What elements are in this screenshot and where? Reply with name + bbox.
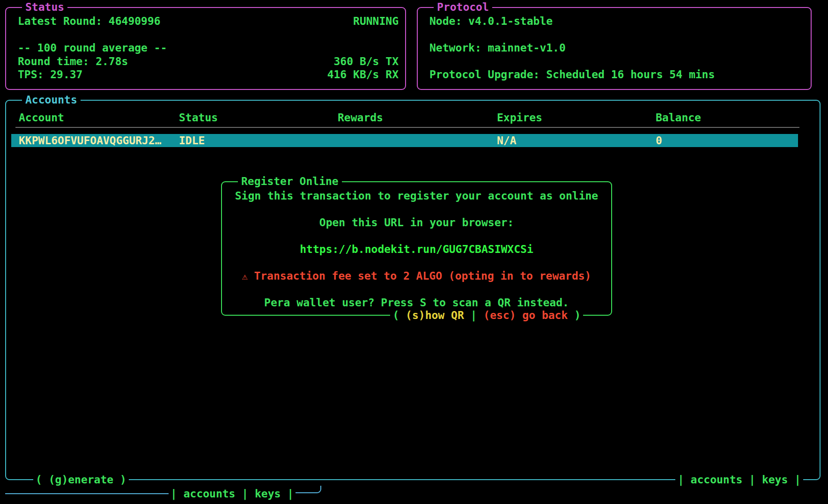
account-balance-cell: 0	[656, 134, 798, 147]
rx-rate-text: 416 KB/s RX	[327, 68, 399, 81]
accounts-table-header: Account Status Rewards Expires Balance	[6, 111, 820, 124]
register-online-dialog: Register Online Sign this transaction to…	[221, 181, 612, 316]
protocol-content: Node: v4.0.1-stable Network: mainnet-v1.…	[418, 8, 811, 89]
warning-icon: ⚠	[242, 271, 248, 282]
node-state-badge: RUNNING	[353, 15, 399, 27]
network-text: Network: mainnet-v1.0	[429, 42, 566, 54]
account-address-cell: KKPWL6OFVUFOAVQGGURJ2…	[19, 134, 179, 147]
accounts-panel: Accounts Account Status Rewards Expires …	[5, 100, 821, 480]
round-average-header: -- 100 round average --	[18, 42, 167, 54]
go-back-action[interactable]: (esc) go back	[483, 309, 568, 321]
register-online-dialog-content: Sign this transaction to register your a…	[222, 182, 611, 315]
accounts-panel-title: Accounts	[22, 93, 81, 106]
account-row-selected[interactable]: KKPWL6OFVUFOAVQGGURJ2… IDLE N/A 0	[11, 134, 798, 147]
generate-account-action[interactable]: ( (g)enerate )	[33, 473, 129, 486]
show-qr-action[interactable]: (s)how QR	[406, 309, 464, 321]
round-time-text: Round time: 2.78s	[18, 55, 128, 67]
header-separator	[15, 127, 799, 128]
latest-round-text: Latest Round: 46490996	[18, 15, 161, 27]
column-header-balance: Balance	[656, 111, 820, 124]
node-version-text: Node: v4.0.1-stable	[429, 15, 553, 27]
tx-rate-text: 360 B/s TX	[334, 55, 399, 67]
status-panel: Status Latest Round: 46490996 RUNNING --…	[5, 7, 406, 90]
dialog-sign-text: Sign this transaction to register your a…	[222, 189, 611, 216]
column-header-expires: Expires	[497, 111, 656, 124]
column-header-account: Account	[19, 111, 179, 124]
fee-warning-text: ⚠ Transaction fee set to 2 ALGO (opting …	[222, 269, 611, 296]
tps-text: TPS: 29.37	[18, 68, 82, 81]
footer-nav-tabs[interactable]: | accounts | keys |	[169, 487, 296, 500]
registration-url: https://b.nodekit.run/GUG7CBASIWXCSi	[222, 243, 611, 269]
dialog-open-url-text: Open this URL in your browser:	[222, 216, 611, 243]
account-expires-cell: N/A	[497, 134, 656, 147]
status-content: Latest Round: 46490996 RUNNING -- 100 ro…	[6, 8, 405, 89]
protocol-panel: Protocol Node: v4.0.1-stable Network: ma…	[417, 7, 812, 90]
protocol-upgrade-text: Protocol Upgrade: Scheduled 16 hours 54 …	[429, 68, 715, 81]
column-header-rewards: Rewards	[338, 111, 497, 124]
account-status-cell: IDLE	[179, 134, 338, 147]
accounts-panel-tabs[interactable]: | accounts | keys |	[675, 473, 803, 486]
footer-border-elbow	[294, 486, 321, 493]
dialog-footer-actions: ( (s)how QR | (esc) go back )	[390, 309, 583, 322]
column-header-status: Status	[179, 111, 338, 124]
